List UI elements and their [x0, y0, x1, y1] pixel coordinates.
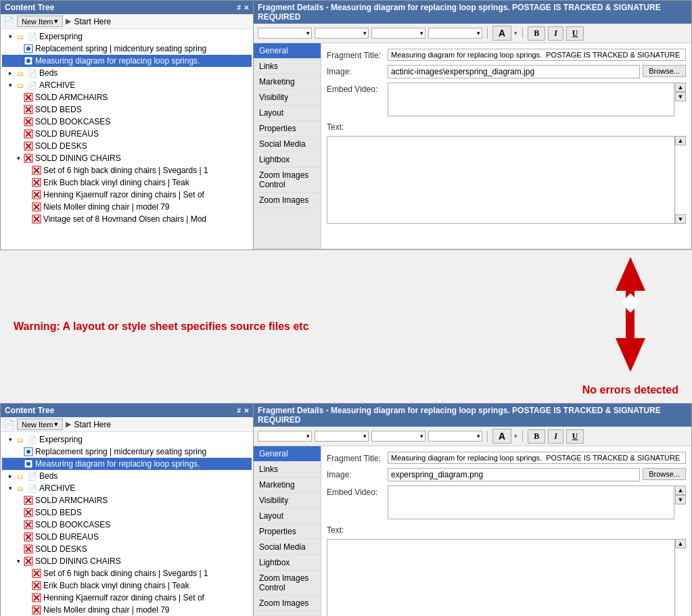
- tree-item[interactable]: SOLD BOOKCASES: [2, 116, 252, 128]
- bottom-embed-video-textarea[interactable]: [388, 485, 674, 519]
- bottom-dropdown-1[interactable]: ▾: [258, 431, 312, 442]
- dropdown-select-4[interactable]: [428, 28, 482, 39]
- nav-lightbox[interactable]: Lightbox: [254, 152, 321, 168]
- bottom-text-textarea[interactable]: [327, 539, 675, 616]
- bottom-dropdown-select-4[interactable]: [428, 431, 482, 442]
- italic-button[interactable]: I: [548, 26, 563, 41]
- bottom-browse-button[interactable]: Browse...: [643, 468, 686, 480]
- expand-icon[interactable]: ▾: [6, 435, 14, 444]
- dropdown-2[interactable]: ▾: [315, 28, 369, 39]
- expand-icon[interactable]: ▾: [6, 81, 14, 89]
- tree-item[interactable]: ▸ 🗂 📄 Beds: [2, 67, 252, 79]
- tree-item[interactable]: Henning Kjaernulf razor dining chairs | …: [2, 189, 252, 201]
- tree-item[interactable]: Set of 6 high back dining chairs | Svega…: [2, 164, 252, 176]
- nav-visibility[interactable]: Visibility: [254, 90, 321, 105]
- text-textarea[interactable]: [327, 136, 675, 224]
- tree-item[interactable]: Replacement spring | midcentury seating …: [2, 43, 252, 55]
- bottom-nav-links[interactable]: Links: [254, 462, 321, 477]
- browse-button[interactable]: Browse...: [643, 65, 686, 77]
- dropdown-4[interactable]: ▾: [428, 28, 482, 39]
- bottom-dropdown-select-2[interactable]: [315, 431, 369, 442]
- tree-item-selected[interactable]: Measuring diagram for replacing loop spr…: [2, 458, 252, 470]
- expand-icon[interactable]: ▾: [6, 484, 14, 492]
- bottom-a-dropdown-arrow[interactable]: ▾: [514, 433, 517, 440]
- expand-icon[interactable]: ▾: [6, 32, 14, 41]
- expand-icon[interactable]: ▾: [14, 154, 22, 162]
- bottom-dropdown-select-1[interactable]: [258, 431, 312, 442]
- text-scroll-up[interactable]: ▲: [675, 136, 686, 145]
- expand-icon[interactable]: ▾: [14, 557, 22, 565]
- underline-button[interactable]: U: [566, 26, 584, 41]
- tree-item[interactable]: SOLD BOOKCASES: [2, 519, 252, 531]
- pin-icon-bottom[interactable]: #: [237, 407, 241, 414]
- embed-scroll-down[interactable]: ▼: [675, 92, 686, 101]
- nav-general[interactable]: General: [254, 43, 321, 59]
- tree-item[interactable]: Erik Buch black vinyl dining chairs | Te…: [2, 176, 252, 189]
- nav-zoom-images[interactable]: Zoom Images: [254, 193, 321, 208]
- pin-icon[interactable]: #: [237, 4, 241, 11]
- nav-social-media[interactable]: Social Media: [254, 137, 321, 152]
- tree-item[interactable]: SOLD BEDS: [2, 506, 252, 519]
- bottom-dropdown-2[interactable]: ▾: [315, 431, 369, 442]
- tree-item[interactable]: ▸ 🗂 📄 Beds: [2, 470, 252, 482]
- bottom-dropdown-4[interactable]: ▾: [428, 431, 482, 442]
- bottom-nav-zoom-images[interactable]: Zoom Images: [254, 596, 321, 611]
- image-input[interactable]: [388, 65, 640, 78]
- embed-scroll-up[interactable]: ▲: [675, 82, 686, 92]
- tree-item[interactable]: ▾ 🗂 📄 ARCHIVE: [2, 482, 252, 494]
- bottom-bold-button[interactable]: B: [528, 429, 545, 444]
- bottom-dropdown-select-3[interactable]: [371, 431, 425, 442]
- bottom-italic-button[interactable]: I: [548, 429, 563, 444]
- close-icon[interactable]: ✕: [244, 4, 249, 11]
- bottom-font-a-button[interactable]: A: [492, 429, 511, 444]
- dropdown-select-2[interactable]: [315, 28, 369, 39]
- tree-item[interactable]: SOLD DESKS: [2, 543, 252, 555]
- font-a-button[interactable]: A: [492, 26, 511, 41]
- bottom-nav-properties[interactable]: Properties: [254, 524, 321, 540]
- dropdown-select-3[interactable]: [371, 28, 425, 39]
- tree-item[interactable]: Henning Kjaernulf razor dining chairs | …: [2, 592, 252, 604]
- bottom-dropdown-3[interactable]: ▾: [371, 431, 425, 442]
- expand-icon[interactable]: ▸: [6, 472, 14, 480]
- new-item-button-bottom[interactable]: New Item ▾: [17, 419, 63, 430]
- nav-marketing[interactable]: Marketing: [254, 74, 321, 90]
- new-item-dropdown-arrow[interactable]: ▾: [54, 17, 58, 26]
- tree-item[interactable]: Set of 6 high back dining chairs | Svega…: [2, 567, 252, 579]
- a-dropdown-arrow[interactable]: ▾: [514, 30, 517, 37]
- dropdown-1[interactable]: ▾: [258, 28, 312, 39]
- tree-item[interactable]: Niels Moller dining chair | model 79: [2, 604, 252, 616]
- tree-item[interactable]: SOLD ARMCHAIRS: [2, 91, 252, 103]
- nav-links[interactable]: Links: [254, 59, 321, 74]
- tree-item-selected[interactable]: Measuring diagram for replacing loop spr…: [2, 55, 252, 67]
- tree-item[interactable]: SOLD BUREAUS: [2, 531, 252, 543]
- close-icon-bottom[interactable]: ✕: [244, 407, 249, 414]
- tree-item[interactable]: Replacement spring | midcentury seating …: [2, 446, 252, 458]
- text-scroll-down[interactable]: ▼: [675, 214, 686, 224]
- new-item-button[interactable]: New Item ▾: [17, 16, 63, 27]
- bottom-nav-marketing[interactable]: Marketing: [254, 477, 321, 493]
- bottom-nav-lightbox[interactable]: Lightbox: [254, 555, 321, 571]
- tree-item[interactable]: ▾ 🗂 📄 Experspring: [2, 30, 252, 43]
- bottom-embed-scroll-down[interactable]: ▼: [675, 495, 686, 504]
- tree-item[interactable]: ▾ 🗂 📄 Experspring: [2, 433, 252, 446]
- tree-item[interactable]: ▾ 🗂 📄 ARCHIVE: [2, 79, 252, 91]
- tree-item[interactable]: Erik Buch black vinyl dining chairs | Te…: [2, 579, 252, 592]
- top-tree-content[interactable]: ▾ 🗂 📄 Experspring Replacement spring | m…: [1, 29, 253, 250]
- fragment-title-input[interactable]: [388, 49, 686, 61]
- tree-item[interactable]: SOLD DESKS: [2, 140, 252, 152]
- tree-item[interactable]: ▾ SOLD DINING CHAIRS: [2, 555, 252, 567]
- tree-item[interactable]: SOLD BUREAUS: [2, 128, 252, 140]
- tree-item[interactable]: ▾ SOLD DINING CHAIRS: [2, 152, 252, 164]
- nav-zoom-images-control[interactable]: Zoom Images Control: [254, 168, 321, 193]
- bold-button[interactable]: B: [528, 26, 545, 41]
- bottom-text-scroll-up[interactable]: ▲: [675, 539, 686, 548]
- nav-properties[interactable]: Properties: [254, 121, 321, 137]
- bottom-nav-social-media[interactable]: Social Media: [254, 540, 321, 555]
- bottom-nav-visibility[interactable]: Visibility: [254, 493, 321, 508]
- bottom-embed-scroll-up[interactable]: ▲: [675, 485, 686, 495]
- bottom-underline-button[interactable]: U: [566, 429, 584, 444]
- bottom-nav-zoom-images-control[interactable]: Zoom Images Control: [254, 571, 321, 596]
- bottom-nav-general[interactable]: General: [254, 446, 321, 462]
- bottom-fragment-title-input[interactable]: [388, 452, 686, 464]
- expand-icon[interactable]: ▸: [6, 69, 14, 77]
